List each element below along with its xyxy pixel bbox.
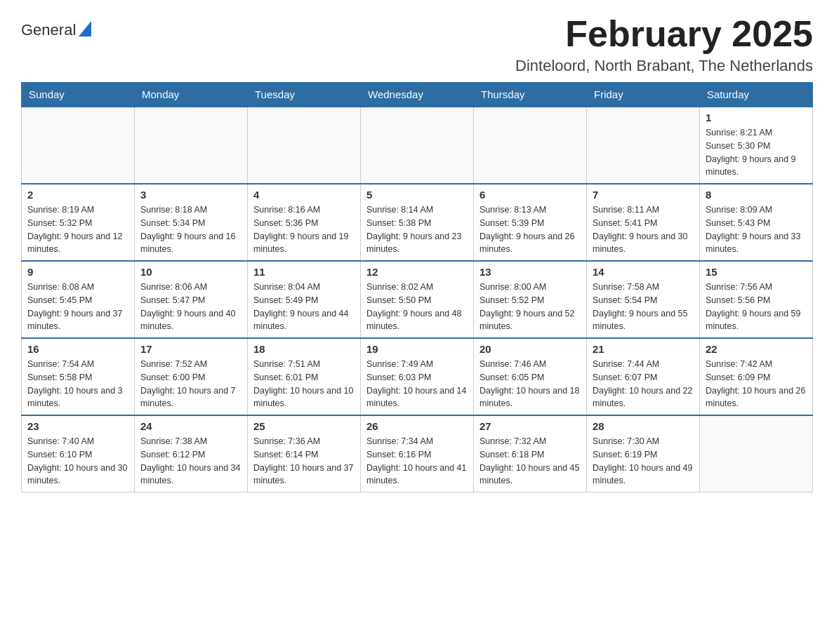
table-row [22, 107, 135, 184]
calendar-header-row: Sunday Monday Tuesday Wednesday Thursday… [22, 83, 813, 107]
table-row [361, 107, 474, 184]
calendar-week-row: 9Sunrise: 8:08 AM Sunset: 5:45 PM Daylig… [22, 261, 813, 338]
day-number: 5 [366, 189, 468, 201]
table-row: 25Sunrise: 7:36 AM Sunset: 6:14 PM Dayli… [248, 415, 361, 492]
table-row: 1Sunrise: 8:21 AM Sunset: 5:30 PM Daylig… [700, 107, 813, 184]
table-row: 21Sunrise: 7:44 AM Sunset: 6:07 PM Dayli… [587, 338, 700, 415]
col-header-sunday: Sunday [22, 83, 135, 107]
table-row: 24Sunrise: 7:38 AM Sunset: 6:12 PM Dayli… [135, 415, 248, 492]
day-info: Sunrise: 8:02 AM Sunset: 5:50 PM Dayligh… [366, 281, 468, 333]
table-row: 7Sunrise: 8:11 AM Sunset: 5:41 PM Daylig… [587, 184, 700, 261]
col-header-friday: Friday [587, 83, 700, 107]
day-number: 1 [706, 112, 807, 123]
day-number: 23 [27, 420, 128, 432]
day-number: 14 [593, 266, 694, 278]
table-row: 5Sunrise: 8:14 AM Sunset: 5:38 PM Daylig… [361, 184, 474, 261]
day-info: Sunrise: 8:00 AM Sunset: 5:52 PM Dayligh… [479, 281, 581, 333]
day-number: 26 [366, 420, 468, 432]
table-row: 8Sunrise: 8:09 AM Sunset: 5:43 PM Daylig… [700, 184, 813, 261]
month-title: February 2025 [515, 14, 813, 54]
table-row: 13Sunrise: 8:00 AM Sunset: 5:52 PM Dayli… [474, 261, 587, 338]
day-info: Sunrise: 7:30 AM Sunset: 6:19 PM Dayligh… [593, 435, 694, 488]
table-row: 18Sunrise: 7:51 AM Sunset: 6:01 PM Dayli… [248, 338, 361, 415]
day-number: 12 [366, 266, 468, 278]
table-row: 20Sunrise: 7:46 AM Sunset: 6:05 PM Dayli… [474, 338, 587, 415]
table-row: 28Sunrise: 7:30 AM Sunset: 6:19 PM Dayli… [587, 415, 700, 492]
table-row: 10Sunrise: 8:06 AM Sunset: 5:47 PM Dayli… [135, 261, 248, 338]
day-info: Sunrise: 8:06 AM Sunset: 5:47 PM Dayligh… [140, 281, 241, 333]
calendar-week-row: 23Sunrise: 7:40 AM Sunset: 6:10 PM Dayli… [22, 415, 813, 492]
day-info: Sunrise: 8:14 AM Sunset: 5:38 PM Dayligh… [366, 203, 468, 256]
table-row: 2Sunrise: 8:19 AM Sunset: 5:32 PM Daylig… [22, 184, 135, 261]
day-info: Sunrise: 7:46 AM Sunset: 6:05 PM Dayligh… [479, 358, 581, 410]
table-row: 27Sunrise: 7:32 AM Sunset: 6:18 PM Dayli… [474, 415, 587, 492]
day-number: 2 [27, 189, 128, 201]
day-info: Sunrise: 8:04 AM Sunset: 5:49 PM Dayligh… [253, 281, 355, 333]
day-number: 18 [253, 343, 355, 355]
day-number: 13 [479, 266, 581, 278]
col-header-monday: Monday [135, 83, 248, 107]
location-title: Dinteloord, North Brabant, The Netherlan… [515, 57, 813, 75]
table-row: 16Sunrise: 7:54 AM Sunset: 5:58 PM Dayli… [22, 338, 135, 415]
table-row: 17Sunrise: 7:52 AM Sunset: 6:00 PM Dayli… [135, 338, 248, 415]
day-number: 6 [479, 189, 581, 201]
day-info: Sunrise: 8:18 AM Sunset: 5:34 PM Dayligh… [140, 203, 241, 256]
day-info: Sunrise: 8:16 AM Sunset: 5:36 PM Dayligh… [253, 203, 355, 256]
table-row: 11Sunrise: 8:04 AM Sunset: 5:49 PM Dayli… [248, 261, 361, 338]
day-info: Sunrise: 7:40 AM Sunset: 6:10 PM Dayligh… [27, 435, 128, 488]
table-row [248, 107, 361, 184]
day-info: Sunrise: 8:21 AM Sunset: 5:30 PM Dayligh… [706, 126, 807, 179]
table-row: 9Sunrise: 8:08 AM Sunset: 5:45 PM Daylig… [22, 261, 135, 338]
table-row: 19Sunrise: 7:49 AM Sunset: 6:03 PM Dayli… [361, 338, 474, 415]
table-row [135, 107, 248, 184]
calendar-week-row: 2Sunrise: 8:19 AM Sunset: 5:32 PM Daylig… [22, 184, 813, 261]
day-number: 22 [706, 343, 807, 355]
day-info: Sunrise: 7:54 AM Sunset: 5:58 PM Dayligh… [27, 358, 128, 410]
col-header-tuesday: Tuesday [248, 83, 361, 107]
day-number: 15 [706, 266, 807, 278]
day-number: 27 [479, 420, 581, 432]
table-row [700, 415, 813, 492]
table-row: 4Sunrise: 8:16 AM Sunset: 5:36 PM Daylig… [248, 184, 361, 261]
day-info: Sunrise: 8:11 AM Sunset: 5:41 PM Dayligh… [593, 203, 694, 256]
col-header-saturday: Saturday [700, 83, 813, 107]
day-number: 4 [253, 189, 355, 201]
day-info: Sunrise: 7:42 AM Sunset: 6:09 PM Dayligh… [706, 358, 807, 410]
day-number: 8 [706, 189, 807, 201]
day-info: Sunrise: 7:32 AM Sunset: 6:18 PM Dayligh… [479, 435, 581, 488]
day-number: 17 [140, 343, 241, 355]
day-info: Sunrise: 7:51 AM Sunset: 6:01 PM Dayligh… [253, 358, 355, 410]
day-info: Sunrise: 8:09 AM Sunset: 5:43 PM Dayligh… [706, 203, 807, 256]
day-info: Sunrise: 7:56 AM Sunset: 5:56 PM Dayligh… [706, 281, 807, 333]
day-info: Sunrise: 8:08 AM Sunset: 5:45 PM Dayligh… [27, 281, 128, 333]
table-row: 3Sunrise: 8:18 AM Sunset: 5:34 PM Daylig… [135, 184, 248, 261]
day-number: 28 [593, 420, 694, 432]
day-info: Sunrise: 8:13 AM Sunset: 5:39 PM Dayligh… [479, 203, 581, 256]
logo: General Blue [21, 21, 94, 39]
day-info: Sunrise: 7:52 AM Sunset: 6:00 PM Dayligh… [140, 358, 241, 410]
day-info: Sunrise: 7:44 AM Sunset: 6:07 PM Dayligh… [593, 358, 694, 410]
day-number: 7 [593, 189, 694, 201]
day-info: Sunrise: 7:38 AM Sunset: 6:12 PM Dayligh… [140, 435, 241, 488]
table-row: 6Sunrise: 8:13 AM Sunset: 5:39 PM Daylig… [474, 184, 587, 261]
svg-marker-0 [79, 21, 91, 36]
day-number: 9 [27, 266, 128, 278]
day-info: Sunrise: 7:36 AM Sunset: 6:14 PM Dayligh… [253, 435, 355, 488]
day-number: 10 [140, 266, 241, 278]
day-info: Sunrise: 7:34 AM Sunset: 6:16 PM Dayligh… [366, 435, 468, 488]
day-number: 21 [593, 343, 694, 355]
day-number: 20 [479, 343, 581, 355]
calendar-week-row: 1Sunrise: 8:21 AM Sunset: 5:30 PM Daylig… [22, 107, 813, 184]
header: General Blue February 2025 Dinteloord, N… [21, 14, 813, 75]
day-number: 25 [253, 420, 355, 432]
day-number: 19 [366, 343, 468, 355]
table-row [474, 107, 587, 184]
day-number: 24 [140, 420, 241, 432]
calendar-week-row: 16Sunrise: 7:54 AM Sunset: 5:58 PM Dayli… [22, 338, 813, 415]
logo-triangle-icon [79, 21, 91, 39]
day-number: 3 [140, 189, 241, 201]
day-info: Sunrise: 7:58 AM Sunset: 5:54 PM Dayligh… [593, 281, 694, 333]
table-row: 23Sunrise: 7:40 AM Sunset: 6:10 PM Dayli… [22, 415, 135, 492]
day-info: Sunrise: 7:49 AM Sunset: 6:03 PM Dayligh… [366, 358, 468, 410]
col-header-thursday: Thursday [474, 83, 587, 107]
